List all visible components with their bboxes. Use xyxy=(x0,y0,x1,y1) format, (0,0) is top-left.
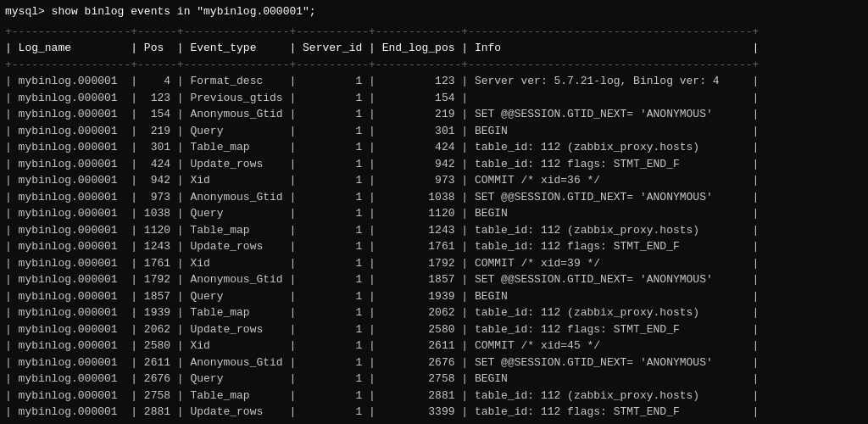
terminal-window: mysql> show binlog events in "mybinlog.0… xyxy=(0,0,868,424)
table-row: | mybinlog.000001 | 2062 | Update_rows |… xyxy=(5,321,863,338)
table-row: | mybinlog.000001 | 973 | Anonymous_Gtid… xyxy=(5,189,863,206)
table-row: | mybinlog.000001 | 424 | Update_rows | … xyxy=(5,156,863,173)
table-row: | mybinlog.000001 | 1120 | Table_map | 1… xyxy=(5,222,863,239)
table-row: | mybinlog.000001 | 1857 | Query | 1 | 1… xyxy=(5,288,863,305)
table-row: | mybinlog.000001 | 942 | Xid | 1 | 973 … xyxy=(5,172,863,189)
table-row: | mybinlog.000001 | 1792 | Anonymous_Gti… xyxy=(5,271,863,288)
header-row: | Log_name | Pos | Event_type | Server_i… xyxy=(5,40,863,57)
table-row: | mybinlog.000001 | 1038 | Query | 1 | 1… xyxy=(5,205,863,222)
table-row: | mybinlog.000001 | 4 | Format_desc | 1 … xyxy=(5,73,863,90)
table-row: | mybinlog.000001 | 1761 | Xid | 1 | 179… xyxy=(5,255,863,272)
table-body: | mybinlog.000001 | 4 | Format_desc | 1 … xyxy=(5,73,863,424)
table-row: | mybinlog.000001 | 154 | Anonymous_Gtid… xyxy=(5,106,863,123)
table-row: | mybinlog.000001 | 2758 | Table_map | 1… xyxy=(5,388,863,404)
table-row: | mybinlog.000001 | 2580 | Xid | 1 | 261… xyxy=(5,338,863,354)
table-row: | mybinlog.000001 | 123 | Previous_gtids… xyxy=(5,90,863,107)
table-row: | mybinlog.000001 | 3399 | Xid | 1 | 343… xyxy=(5,421,863,425)
table-row: | mybinlog.000001 | 2611 | Anonymous_Gti… xyxy=(5,354,863,371)
table-row: | mybinlog.000001 | 2676 | Query | 1 | 2… xyxy=(5,371,863,388)
table-row: | mybinlog.000001 | 219 | Query | 1 | 30… xyxy=(5,123,863,140)
table-row: | mybinlog.000001 | 1243 | Update_rows |… xyxy=(5,238,863,255)
command-line: mysql> show binlog events in "mybinlog.0… xyxy=(5,3,863,20)
table-row: | mybinlog.000001 | 1939 | Table_map | 1… xyxy=(5,304,863,321)
separator-top: +------------------+------+-------------… xyxy=(5,24,863,41)
separator-mid: +------------------+------+-------------… xyxy=(5,57,863,74)
table-row: | mybinlog.000001 | 2881 | Update_rows |… xyxy=(5,404,863,421)
table-row: | mybinlog.000001 | 301 | Table_map | 1 … xyxy=(5,139,863,156)
